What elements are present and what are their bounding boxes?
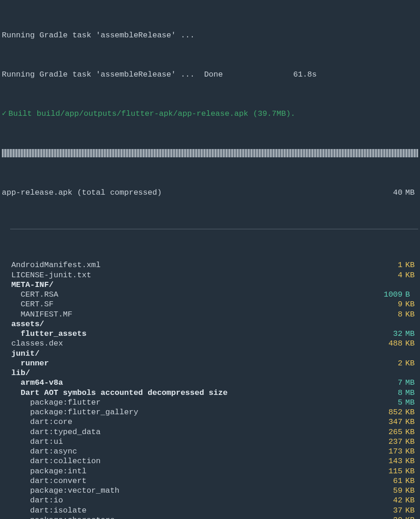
- row-size: 4: [381, 270, 402, 280]
- row-unit: KB: [402, 447, 418, 456]
- row-size: 143: [381, 456, 402, 466]
- row-size: 37: [381, 506, 402, 515]
- row-name: dart:typed_data: [2, 427, 381, 437]
- row-name: LICENSE-junit.txt: [2, 270, 381, 280]
- row-unit: KB: [402, 486, 418, 495]
- row-name: dart:convert: [2, 476, 381, 486]
- row-name: flutter_assets: [2, 329, 381, 339]
- total-row: app-release.apk (total compressed) 40 MB: [2, 188, 418, 197]
- tree-row: dart:isolate37KB: [2, 506, 418, 515]
- row-unit: KB: [402, 358, 418, 368]
- tree-row: flutter_assets32MB: [2, 329, 418, 339]
- row-name: package:flutter_gallery: [2, 407, 381, 417]
- tree-row: dart:ui237KB: [2, 437, 418, 447]
- row-size: 1: [381, 260, 402, 270]
- row-unit: KB: [402, 407, 418, 417]
- tree-row: MANIFEST.MF8KB: [2, 310, 418, 319]
- row-name: dart:collection: [2, 456, 381, 466]
- row-name: arm64-v8a: [2, 378, 381, 388]
- tree-row: dart:async173KB: [2, 447, 418, 456]
- row-name: package:intl: [2, 466, 381, 476]
- row-unit: KB: [402, 437, 418, 447]
- row-size: 347: [381, 417, 402, 427]
- tree-row: LICENSE-junit.txt4KB: [2, 270, 418, 280]
- row-name: MANIFEST.MF: [2, 310, 381, 319]
- row-name: package:characters: [2, 515, 381, 519]
- progress-bar-top: [2, 149, 418, 157]
- row-name: assets/: [2, 319, 381, 329]
- tree-row: assets/: [2, 319, 418, 329]
- total-size: 40: [381, 188, 402, 197]
- tree-row: dart:convert61KB: [2, 476, 418, 486]
- tree-row: arm64-v8a7MB: [2, 378, 418, 388]
- row-name: package:vector_math: [2, 486, 381, 495]
- built-text: Built build/app/outputs/flutter-apk/app-…: [8, 109, 295, 119]
- row-size: 1009: [381, 290, 402, 299]
- tree-row: lib/: [2, 368, 418, 378]
- row-unit: KB: [402, 495, 418, 505]
- row-size: 8: [381, 388, 402, 398]
- tree-row: runner2KB: [2, 358, 418, 368]
- tree-row: META-INF/: [2, 280, 418, 290]
- row-name: AndroidManifest.xml: [2, 260, 381, 270]
- row-unit: MB: [402, 398, 418, 407]
- row-unit: KB: [402, 427, 418, 437]
- row-unit: KB: [402, 339, 418, 348]
- row-size: 5: [381, 398, 402, 407]
- row-name: dart:isolate: [2, 506, 381, 515]
- row-size: 488: [381, 339, 402, 348]
- row-size: 42: [381, 495, 402, 505]
- row-size: 61: [381, 476, 402, 486]
- tree-row: dart:collection143KB: [2, 456, 418, 466]
- row-unit: KB: [402, 515, 418, 519]
- row-size: 237: [381, 437, 402, 447]
- tree-row: junit/: [2, 349, 418, 358]
- row-name: CERT.RSA: [2, 290, 381, 299]
- row-name: junit/: [2, 349, 381, 358]
- tree-row: CERT.SF9KB: [2, 299, 418, 309]
- row-unit: KB: [402, 260, 418, 270]
- row-size: 59: [381, 486, 402, 495]
- row-unit: MB: [402, 378, 418, 388]
- row-unit: KB: [402, 506, 418, 515]
- row-name: dart:io: [2, 495, 381, 505]
- gradle-line-1: Running Gradle task 'assembleRelease' ..…: [2, 30, 418, 40]
- row-name: package:flutter: [2, 398, 381, 407]
- terminal-output: Running Gradle task 'assembleRelease' ..…: [0, 0, 420, 519]
- tree-row: AndroidManifest.xml1KB: [2, 260, 418, 270]
- row-unit: MB: [402, 388, 418, 398]
- row-size: 32: [381, 329, 402, 339]
- row-size: 8: [381, 310, 402, 319]
- row-size: 7: [381, 378, 402, 388]
- total-name: app-release.apk (total compressed): [2, 188, 381, 197]
- row-name: lib/: [2, 368, 381, 378]
- row-name: dart:async: [2, 447, 381, 456]
- tree-row: package:vector_math59KB: [2, 486, 418, 495]
- divider-line: [10, 229, 418, 229]
- row-name: Dart AOT symbols accounted decompressed …: [2, 388, 381, 398]
- row-size: 2: [381, 358, 402, 368]
- tree-row: package:flutter5MB: [2, 398, 418, 407]
- row-name: classes.dex: [2, 339, 381, 348]
- row-unit: B: [402, 290, 418, 299]
- row-unit: KB: [402, 466, 418, 476]
- row-unit: KB: [402, 417, 418, 427]
- tree-row: CERT.RSA1009B: [2, 290, 418, 299]
- row-name: runner: [2, 358, 381, 368]
- row-size: 265: [381, 427, 402, 437]
- row-size: 173: [381, 447, 402, 456]
- tree-row: package:characters30KB: [2, 515, 418, 519]
- tree-row: dart:core347KB: [2, 417, 418, 427]
- tree-row: dart:io42KB: [2, 495, 418, 505]
- row-unit: KB: [402, 456, 418, 466]
- tree-row: Dart AOT symbols accounted decompressed …: [2, 388, 418, 398]
- row-name: dart:core: [2, 417, 381, 427]
- gradle-text: Running Gradle task 'assembleRelease' ..…: [2, 30, 195, 40]
- gradle-time: 61.8s: [293, 70, 418, 79]
- row-name: CERT.SF: [2, 299, 381, 309]
- apk-tree: AndroidManifest.xml1KB LICENSE-junit.txt…: [2, 260, 418, 519]
- row-size: 30: [381, 515, 402, 519]
- row-unit: KB: [402, 270, 418, 280]
- gradle-line-2: Running Gradle task 'assembleRelease' ..…: [2, 70, 418, 79]
- row-name: dart:ui: [2, 437, 381, 447]
